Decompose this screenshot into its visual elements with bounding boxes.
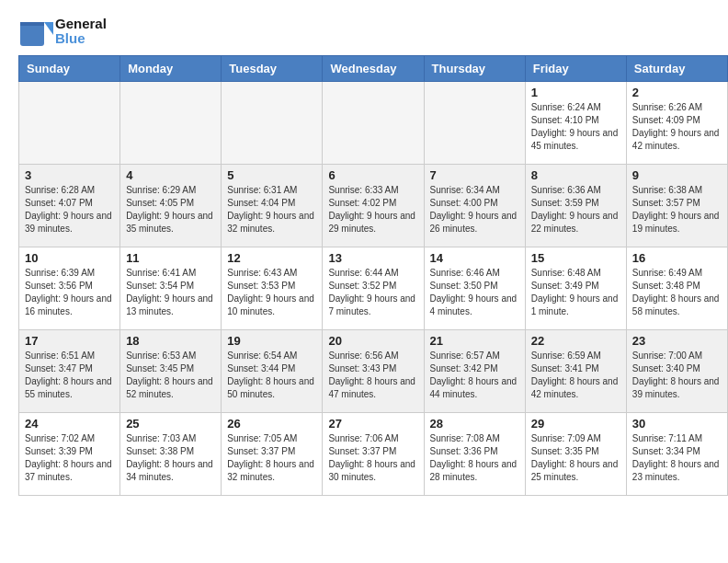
day-info: Sunrise: 7:00 AMSunset: 3:40 PMDaylight:… — [632, 350, 722, 401]
calendar-cell: 28Sunrise: 7:08 AMSunset: 3:36 PMDayligh… — [424, 413, 525, 496]
day-number: 28 — [430, 417, 519, 431]
calendar-cell — [120, 82, 222, 165]
calendar-cell: 6Sunrise: 6:33 AMSunset: 4:02 PMDaylight… — [323, 165, 424, 247]
day-info: Sunrise: 6:53 AMSunset: 3:45 PMDaylight:… — [126, 350, 215, 401]
svg-rect-2 — [20, 22, 44, 26]
col-wednesday: Wednesday — [323, 56, 424, 82]
day-number: 12 — [227, 251, 316, 265]
calendar-cell — [222, 82, 323, 165]
calendar-header-row: Sunday Monday Tuesday Wednesday Thursday… — [19, 56, 728, 82]
calendar-cell: 17Sunrise: 6:51 AMSunset: 3:47 PMDayligh… — [19, 330, 120, 413]
day-number: 13 — [328, 251, 417, 265]
day-number: 18 — [126, 334, 215, 348]
day-number: 6 — [328, 168, 417, 182]
calendar-cell: 14Sunrise: 6:46 AMSunset: 3:50 PMDayligh… — [424, 247, 525, 330]
calendar-cell: 25Sunrise: 7:03 AMSunset: 3:38 PMDayligh… — [120, 413, 222, 496]
calendar-cell: 18Sunrise: 6:53 AMSunset: 3:45 PMDayligh… — [120, 330, 222, 413]
day-number: 25 — [126, 417, 215, 431]
day-info: Sunrise: 7:11 AMSunset: 3:34 PMDaylight:… — [632, 432, 722, 484]
day-info: Sunrise: 6:56 AMSunset: 3:43 PMDaylight:… — [328, 350, 417, 401]
col-monday: Monday — [120, 56, 222, 82]
logo-text: General Blue — [55, 17, 107, 47]
day-info: Sunrise: 6:38 AMSunset: 3:57 PMDaylight:… — [632, 184, 722, 236]
col-thursday: Thursday — [424, 56, 525, 82]
calendar-cell: 11Sunrise: 6:41 AMSunset: 3:54 PMDayligh… — [120, 247, 222, 330]
calendar-cell: 5Sunrise: 6:31 AMSunset: 4:04 PMDaylight… — [222, 165, 323, 247]
day-number: 7 — [430, 168, 519, 182]
logo-icon — [18, 15, 51, 48]
calendar-cell: 16Sunrise: 6:49 AMSunset: 3:48 PMDayligh… — [626, 247, 727, 330]
calendar-cell: 13Sunrise: 6:44 AMSunset: 3:52 PMDayligh… — [323, 247, 424, 330]
calendar-table: Sunday Monday Tuesday Wednesday Thursday… — [18, 55, 728, 496]
calendar-cell: 23Sunrise: 7:00 AMSunset: 3:40 PMDayligh… — [626, 330, 727, 413]
calendar-week-1: 1Sunrise: 6:24 AMSunset: 4:10 PMDaylight… — [19, 82, 728, 165]
calendar-cell — [424, 82, 525, 165]
day-number: 9 — [632, 168, 722, 182]
calendar-cell — [323, 82, 424, 165]
day-info: Sunrise: 6:24 AMSunset: 4:10 PMDaylight:… — [531, 101, 620, 153]
day-info: Sunrise: 6:59 AMSunset: 3:41 PMDaylight:… — [531, 350, 620, 401]
day-number: 1 — [531, 86, 620, 99]
day-number: 3 — [25, 168, 114, 182]
day-info: Sunrise: 6:31 AMSunset: 4:04 PMDaylight:… — [227, 184, 316, 236]
calendar-week-5: 24Sunrise: 7:02 AMSunset: 3:39 PMDayligh… — [19, 413, 728, 496]
day-info: Sunrise: 6:43 AMSunset: 3:53 PMDaylight:… — [227, 267, 316, 318]
day-info: Sunrise: 6:48 AMSunset: 3:49 PMDaylight:… — [531, 267, 620, 318]
logo: General Blue — [18, 15, 107, 48]
day-info: Sunrise: 6:33 AMSunset: 4:02 PMDaylight:… — [328, 184, 417, 236]
calendar-cell: 20Sunrise: 6:56 AMSunset: 3:43 PMDayligh… — [323, 330, 424, 413]
calendar-cell: 30Sunrise: 7:11 AMSunset: 3:34 PMDayligh… — [626, 413, 727, 496]
day-number: 16 — [632, 251, 722, 265]
calendar-cell: 7Sunrise: 6:34 AMSunset: 4:00 PMDaylight… — [424, 165, 525, 247]
day-info: Sunrise: 7:08 AMSunset: 3:36 PMDaylight:… — [430, 432, 519, 484]
calendar-week-4: 17Sunrise: 6:51 AMSunset: 3:47 PMDayligh… — [19, 330, 728, 413]
day-number: 27 — [328, 417, 417, 431]
day-info: Sunrise: 7:06 AMSunset: 3:37 PMDaylight:… — [328, 432, 417, 484]
day-info: Sunrise: 6:39 AMSunset: 3:56 PMDaylight:… — [25, 267, 114, 318]
day-info: Sunrise: 6:49 AMSunset: 3:48 PMDaylight:… — [632, 267, 722, 318]
day-info: Sunrise: 6:41 AMSunset: 3:54 PMDaylight:… — [126, 267, 215, 318]
day-info: Sunrise: 7:09 AMSunset: 3:35 PMDaylight:… — [531, 432, 620, 484]
calendar-cell: 24Sunrise: 7:02 AMSunset: 3:39 PMDayligh… — [19, 413, 120, 496]
day-number: 5 — [227, 168, 316, 182]
day-info: Sunrise: 7:02 AMSunset: 3:39 PMDaylight:… — [25, 432, 114, 484]
calendar-week-2: 3Sunrise: 6:28 AMSunset: 4:07 PMDaylight… — [19, 165, 728, 247]
calendar-cell: 21Sunrise: 6:57 AMSunset: 3:42 PMDayligh… — [424, 330, 525, 413]
calendar-wrapper: Sunday Monday Tuesday Wednesday Thursday… — [0, 55, 728, 505]
calendar-cell: 3Sunrise: 6:28 AMSunset: 4:07 PMDaylight… — [19, 165, 120, 247]
calendar-week-3: 10Sunrise: 6:39 AMSunset: 3:56 PMDayligh… — [19, 247, 728, 330]
day-number: 30 — [632, 417, 722, 431]
day-number: 26 — [227, 417, 316, 431]
day-number: 15 — [531, 251, 620, 265]
day-number: 10 — [25, 251, 114, 265]
day-number: 11 — [126, 251, 215, 265]
calendar-cell: 8Sunrise: 6:36 AMSunset: 3:59 PMDaylight… — [525, 165, 626, 247]
day-info: Sunrise: 6:57 AMSunset: 3:42 PMDaylight:… — [430, 350, 519, 401]
day-info: Sunrise: 6:29 AMSunset: 4:05 PMDaylight:… — [126, 184, 215, 236]
day-info: Sunrise: 6:26 AMSunset: 4:09 PMDaylight:… — [632, 101, 722, 153]
calendar-cell: 1Sunrise: 6:24 AMSunset: 4:10 PMDaylight… — [525, 82, 626, 165]
day-info: Sunrise: 7:03 AMSunset: 3:38 PMDaylight:… — [126, 432, 215, 484]
day-number: 29 — [531, 417, 620, 431]
day-number: 4 — [126, 168, 215, 182]
calendar-cell: 26Sunrise: 7:05 AMSunset: 3:37 PMDayligh… — [222, 413, 323, 496]
calendar-cell: 19Sunrise: 6:54 AMSunset: 3:44 PMDayligh… — [222, 330, 323, 413]
page-header: General Blue — [0, 0, 728, 55]
day-number: 22 — [531, 334, 620, 348]
day-info: Sunrise: 6:34 AMSunset: 4:00 PMDaylight:… — [430, 184, 519, 236]
calendar-cell: 4Sunrise: 6:29 AMSunset: 4:05 PMDaylight… — [120, 165, 222, 247]
calendar-cell: 27Sunrise: 7:06 AMSunset: 3:37 PMDayligh… — [323, 413, 424, 496]
day-number: 8 — [531, 168, 620, 182]
svg-marker-1 — [44, 22, 53, 35]
calendar-cell: 2Sunrise: 6:26 AMSunset: 4:09 PMDaylight… — [626, 82, 727, 165]
col-saturday: Saturday — [626, 56, 727, 82]
day-number: 23 — [632, 334, 722, 348]
calendar-cell — [19, 82, 120, 165]
day-number: 20 — [328, 334, 417, 348]
calendar-cell: 15Sunrise: 6:48 AMSunset: 3:49 PMDayligh… — [525, 247, 626, 330]
day-number: 17 — [25, 334, 114, 348]
calendar-cell: 9Sunrise: 6:38 AMSunset: 3:57 PMDaylight… — [626, 165, 727, 247]
calendar-cell: 12Sunrise: 6:43 AMSunset: 3:53 PMDayligh… — [222, 247, 323, 330]
day-number: 24 — [25, 417, 114, 431]
calendar-cell: 29Sunrise: 7:09 AMSunset: 3:35 PMDayligh… — [525, 413, 626, 496]
